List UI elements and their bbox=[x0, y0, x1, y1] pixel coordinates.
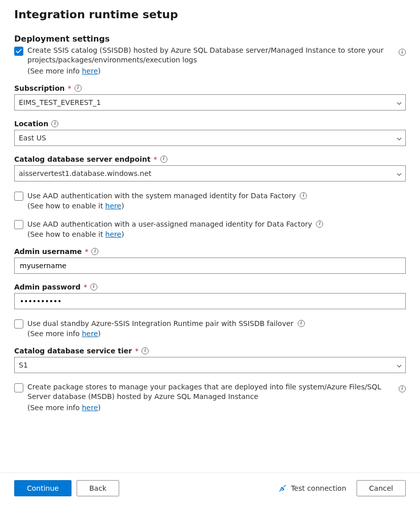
continue-button[interactable]: Continue bbox=[14, 480, 72, 496]
dual-standby-label: Use dual standby Azure-SSIS Integration … bbox=[27, 319, 294, 328]
aad-system-help-link[interactable]: here bbox=[106, 202, 122, 210]
admin-password-input[interactable] bbox=[19, 294, 401, 309]
service-tier-select[interactable]: S1 bbox=[14, 357, 406, 373]
aad-user-helper: (See how to enable it here) bbox=[27, 230, 406, 238]
location-label: Location bbox=[14, 120, 48, 128]
location-value: East US bbox=[19, 134, 46, 142]
aad-user-help-link[interactable]: here bbox=[106, 230, 122, 238]
info-icon[interactable] bbox=[142, 347, 149, 354]
info-icon[interactable] bbox=[300, 192, 307, 199]
deployment-settings-heading: Deployment settings bbox=[14, 34, 406, 44]
dual-standby-checkbox[interactable] bbox=[14, 319, 23, 329]
endpoint-label: Catalog database server endpoint bbox=[14, 155, 151, 163]
required-asterisk: * bbox=[68, 84, 72, 92]
subscription-value: EIMS_TEST_EVEREST_1 bbox=[19, 98, 101, 106]
location-select[interactable]: East US bbox=[14, 130, 406, 146]
required-asterisk: * bbox=[154, 155, 157, 163]
required-asterisk: * bbox=[84, 283, 87, 291]
subscription-select[interactable]: EIMS_TEST_EVEREST_1 bbox=[14, 94, 406, 111]
package-stores-checkbox[interactable] bbox=[14, 383, 23, 392]
required-asterisk: * bbox=[85, 247, 88, 256]
admin-password-label: Admin password bbox=[14, 283, 81, 291]
admin-username-input[interactable] bbox=[19, 258, 401, 273]
package-stores-label: Create package stores to manage your pac… bbox=[27, 382, 392, 402]
info-icon[interactable] bbox=[51, 120, 58, 127]
chevron-down-icon bbox=[396, 171, 401, 176]
info-icon[interactable] bbox=[90, 283, 97, 291]
info-icon[interactable] bbox=[75, 85, 82, 92]
admin-username-label: Admin username bbox=[14, 247, 82, 256]
aad-user-label: Use AAD authentication with a user-assig… bbox=[27, 220, 312, 228]
info-icon[interactable] bbox=[316, 221, 323, 228]
package-stores-helper: (See more info here) bbox=[27, 404, 406, 412]
dual-standby-help-link[interactable]: here bbox=[82, 330, 98, 338]
aad-system-label: Use AAD authentication with the system m… bbox=[27, 192, 296, 200]
chevron-down-icon bbox=[396, 135, 401, 140]
test-connection-button[interactable]: Test connection bbox=[278, 484, 346, 492]
page-title: Integration runtime setup bbox=[14, 8, 406, 21]
plug-icon bbox=[278, 484, 287, 492]
aad-user-checkbox[interactable] bbox=[14, 220, 23, 229]
create-ssisdb-label: Create SSIS catalog (SSISDB) hosted by A… bbox=[27, 46, 392, 65]
create-ssisdb-helper: (See more info here) bbox=[27, 67, 406, 75]
info-icon[interactable] bbox=[91, 248, 98, 255]
info-icon[interactable] bbox=[399, 49, 406, 56]
dual-standby-helper: (See more info here) bbox=[27, 330, 406, 338]
subscription-label: Subscription bbox=[14, 84, 65, 92]
aad-system-checkbox[interactable] bbox=[14, 192, 23, 201]
info-icon[interactable] bbox=[399, 385, 406, 392]
back-button[interactable]: Back bbox=[77, 480, 119, 496]
service-tier-value: S1 bbox=[19, 361, 28, 369]
endpoint-select[interactable]: aisservertest1.database.windows.net bbox=[14, 165, 406, 182]
chevron-down-icon bbox=[396, 100, 401, 105]
aad-system-helper: (See how to enable it here) bbox=[27, 202, 406, 210]
create-ssisdb-checkbox[interactable] bbox=[14, 47, 23, 56]
endpoint-value: aisservertest1.database.windows.net bbox=[19, 169, 152, 177]
required-asterisk: * bbox=[135, 347, 138, 355]
chevron-down-icon bbox=[396, 362, 401, 368]
test-connection-label: Test connection bbox=[291, 484, 346, 492]
package-stores-help-link[interactable]: here bbox=[82, 404, 98, 412]
info-icon[interactable] bbox=[298, 320, 305, 327]
cancel-button[interactable]: Cancel bbox=[357, 480, 406, 496]
service-tier-label: Catalog database service tier bbox=[14, 347, 132, 355]
create-ssisdb-help-link[interactable]: here bbox=[82, 67, 98, 75]
footer-toolbar: Continue Back Test connection Cancel bbox=[0, 473, 420, 503]
info-icon[interactable] bbox=[160, 156, 167, 163]
